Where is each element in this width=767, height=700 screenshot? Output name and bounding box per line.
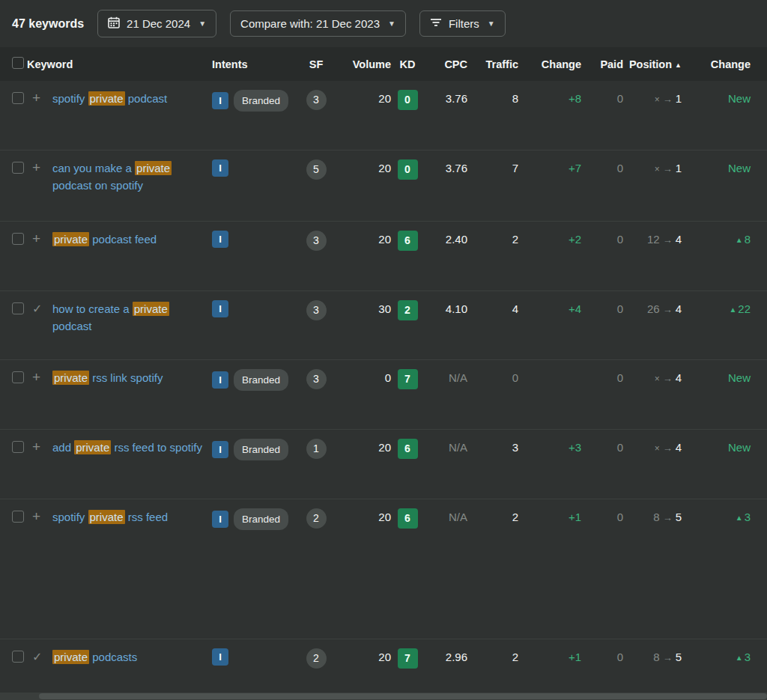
sf-cell: 3: [300, 300, 333, 320]
position-change-cell: New: [682, 90, 751, 107]
table-row: + private podcast feed I 3 20 6 2.40 2 +…: [0, 222, 767, 291]
intent-badge[interactable]: I: [212, 300, 228, 317]
table-row: + can you make a private podcast on spot…: [0, 150, 767, 222]
compare-with-button[interactable]: Compare with: 21 Dec 2023 ▼: [230, 10, 406, 37]
intents-cell: I: [206, 300, 300, 317]
intent-badge[interactable]: I: [212, 159, 228, 177]
serp-features-badge[interactable]: 3: [306, 231, 327, 251]
cpc-value: 3.76: [424, 159, 467, 177]
branded-badge[interactable]: Branded: [234, 508, 288, 530]
intent-badge[interactable]: I: [212, 92, 228, 109]
traffic-value: 3: [467, 439, 518, 456]
header-keyword[interactable]: Keyword: [27, 58, 206, 70]
keyword-link[interactable]: private podcasts: [52, 650, 137, 664]
date-picker-label: 21 Dec 2024: [127, 17, 190, 30]
header-paid[interactable]: Paid: [581, 58, 623, 70]
traffic-change-value: +4: [518, 300, 581, 317]
marker-cell: +: [27, 369, 52, 386]
intent-badge[interactable]: I: [212, 511, 228, 528]
keyword-link[interactable]: spotify private podcast: [52, 91, 167, 106]
table-row: + spotify private rss feed IBranded 2 20…: [0, 499, 767, 639]
intent-badge[interactable]: I: [212, 441, 228, 458]
row-checkbox[interactable]: [12, 233, 24, 245]
sf-cell: 1: [300, 439, 333, 459]
branded-badge[interactable]: Branded: [234, 369, 288, 391]
row-checkbox[interactable]: [12, 651, 24, 663]
table-row: ✓ how to create a private podcast I 3 30…: [0, 291, 767, 360]
keyword-link[interactable]: private podcast feed: [52, 232, 157, 246]
volume-value: 20: [333, 439, 391, 456]
intent-badge[interactable]: I: [212, 371, 228, 389]
intents-cell: IBranded: [206, 90, 300, 112]
row-checkbox[interactable]: [12, 511, 24, 523]
select-all-checkbox[interactable]: [12, 57, 27, 71]
header-kd[interactable]: KD: [391, 58, 424, 70]
table-row: + private rss link spotify IBranded 3 0 …: [0, 360, 767, 430]
header-change[interactable]: Change: [518, 58, 581, 70]
row-checkbox[interactable]: [12, 441, 24, 453]
add-keyword-icon[interactable]: +: [27, 439, 40, 455]
date-picker-button[interactable]: 21 Dec 2024 ▼: [97, 10, 216, 37]
horizontal-scrollbar-thumb[interactable]: [39, 693, 767, 699]
header-cpc[interactable]: CPC: [424, 58, 467, 70]
filters-button[interactable]: Filters ▼: [419, 10, 506, 37]
serp-features-badge[interactable]: 2: [306, 508, 327, 529]
position-change-cell: ▲8: [682, 231, 751, 249]
sf-cell: 5: [300, 159, 333, 180]
keyword-link[interactable]: how to create a private podcast: [52, 302, 169, 332]
sf-cell: 3: [300, 231, 333, 251]
checkbox-cell: [12, 439, 27, 457]
keyword-link[interactable]: private rss link spotify: [52, 371, 163, 385]
horizontal-scrollbar[interactable]: [0, 693, 767, 700]
keyword-cell: how to create a private podcast: [52, 300, 206, 335]
keyword-link[interactable]: can you make a private podcast on spotif…: [52, 161, 172, 192]
kd-cell: 7: [391, 369, 424, 389]
intent-badge[interactable]: I: [212, 231, 228, 248]
serp-features-badge[interactable]: 3: [306, 369, 327, 389]
keyword-link[interactable]: spotify private rss feed: [52, 510, 168, 524]
header-position[interactable]: Position▲: [623, 58, 682, 70]
add-keyword-icon[interactable]: +: [27, 231, 40, 247]
serp-features-badge[interactable]: 2: [306, 648, 327, 669]
header-traffic[interactable]: Traffic: [467, 58, 518, 70]
keyword-link[interactable]: add private rss feed to spotify: [52, 440, 202, 454]
row-checkbox[interactable]: [12, 92, 24, 104]
serp-features-badge[interactable]: 1: [306, 439, 327, 459]
row-checkbox[interactable]: [12, 302, 24, 314]
intents-cell: IBranded: [206, 369, 300, 391]
add-keyword-icon[interactable]: +: [27, 90, 40, 106]
paid-value: 0: [581, 369, 623, 386]
tracked-check-icon[interactable]: ✓: [27, 649, 42, 666]
header-volume[interactable]: Volume: [333, 58, 391, 70]
serp-features-badge[interactable]: 5: [306, 159, 327, 180]
header-sf[interactable]: SF: [300, 58, 333, 70]
arrow-right-icon: →: [660, 373, 676, 384]
paid-value: 0: [581, 159, 623, 177]
cpc-value: 2.40: [424, 231, 467, 248]
row-checkbox[interactable]: [12, 371, 24, 383]
chevron-down-icon: ▼: [388, 19, 395, 28]
add-keyword-icon[interactable]: +: [27, 369, 40, 386]
cpc-value: N/A: [424, 439, 467, 456]
select-all-checkbox-box[interactable]: [12, 57, 24, 69]
table-header: Keyword Intents SF Volume KD CPC Traffic…: [0, 47, 767, 81]
tracked-check-icon[interactable]: ✓: [27, 301, 42, 317]
branded-badge[interactable]: Branded: [234, 439, 288, 460]
branded-badge[interactable]: Branded: [234, 90, 288, 112]
add-keyword-icon[interactable]: +: [27, 508, 40, 525]
volume-value: 20: [333, 648, 391, 666]
traffic-value: 0: [467, 369, 518, 386]
serp-features-badge[interactable]: 3: [306, 90, 327, 110]
serp-features-badge[interactable]: 3: [306, 300, 327, 320]
position-current: 4: [676, 441, 682, 454]
intent-badge[interactable]: I: [212, 648, 228, 666]
header-position-change[interactable]: Change: [682, 58, 751, 70]
header-intents[interactable]: Intents: [206, 58, 300, 70]
marker-cell: ✓: [27, 648, 52, 666]
add-keyword-icon[interactable]: +: [27, 159, 40, 176]
filter-icon: [430, 17, 442, 30]
intents-cell: I: [206, 159, 300, 177]
traffic-change-value: +1: [518, 508, 581, 526]
kd-badge: 0: [398, 159, 418, 180]
row-checkbox[interactable]: [12, 162, 24, 174]
